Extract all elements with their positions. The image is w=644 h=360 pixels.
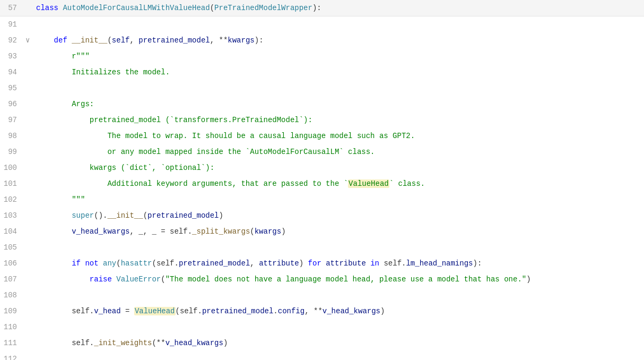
line-number: 102 <box>0 192 25 208</box>
token: ( <box>152 259 156 268</box>
code-line: 103 super().__init__(pretrained_model) <box>0 208 644 224</box>
token <box>36 307 72 315</box>
token: ) <box>299 259 308 268</box>
token: v_head_kwargs <box>72 227 129 236</box>
code-content: r""" <box>34 48 644 64</box>
code-line: 57 class AutoModelForCausalLMWithValueHe… <box>0 0 644 16</box>
token: kwargs <box>255 227 281 236</box>
token: config <box>278 307 304 315</box>
token: , <box>129 227 138 236</box>
code-content: raise ValueError("The model does not hav… <box>34 271 644 287</box>
token: ) <box>380 307 385 315</box>
token: __init__ <box>107 211 143 220</box>
token <box>366 259 370 268</box>
code-content: pretrained_model (`transformers.PreTrain… <box>34 112 644 128</box>
token: ** <box>219 36 228 45</box>
token: Additional keyword arguments, that are p… <box>107 179 348 188</box>
token: """ <box>72 195 85 204</box>
token: def <box>54 36 72 45</box>
line-number: 57 <box>0 0 25 16</box>
line-number: 111 <box>0 335 25 351</box>
token: ) <box>223 339 228 347</box>
token: ): <box>473 259 482 268</box>
token: , <box>210 36 219 45</box>
line-number: 92 <box>0 32 25 48</box>
token: , ** <box>304 307 323 315</box>
code-line: 93 r""" <box>0 48 644 64</box>
token: Initializes the model. <box>72 68 170 76</box>
line-number: 100 <box>0 160 25 176</box>
token: in <box>370 259 384 268</box>
line-number: 91 <box>0 16 25 32</box>
token: , <box>250 259 259 268</box>
line-number: 112 <box>0 351 25 360</box>
code-line: 95 <box>0 80 644 96</box>
code-line: 101 Additional keyword arguments, that a… <box>0 176 644 192</box>
token: kwargs (`dict`, `optional`): <box>90 164 214 172</box>
token <box>36 275 90 284</box>
line-number: 110 <box>0 319 25 335</box>
token: any <box>103 259 116 268</box>
token: pretrained_model <box>147 211 219 220</box>
token: kwargs <box>228 36 254 45</box>
line-number: 105 <box>0 239 25 255</box>
token <box>36 164 90 172</box>
line-number: 101 <box>0 176 25 192</box>
token <box>36 36 54 45</box>
code-content: """ <box>34 192 644 208</box>
fold-arrow[interactable]: ∨ <box>25 32 34 48</box>
line-number: 109 <box>0 303 25 319</box>
token: not <box>85 259 103 268</box>
line-number: 93 <box>0 48 25 64</box>
code-content: def __init__(self, pretrained_model, **k… <box>34 32 644 48</box>
token: _split_kwargs <box>192 227 250 236</box>
code-line: 97 pretrained_model (`transformers.PreTr… <box>0 112 644 128</box>
token <box>36 179 107 188</box>
token: or any model mapped inside the `AutoMode… <box>107 148 375 156</box>
token: attribute <box>326 259 366 268</box>
code-content: self._init_weights(**v_head_kwargs) <box>34 335 644 351</box>
token <box>36 259 72 268</box>
line-number: 108 <box>0 287 25 303</box>
line-number: 99 <box>0 144 25 160</box>
token: self. <box>170 227 192 236</box>
token: self. <box>384 259 406 268</box>
token: for <box>308 259 326 268</box>
token: class <box>36 4 63 12</box>
code-content: Initializes the model. <box>34 64 644 80</box>
code-content: Args: <box>34 96 644 112</box>
token: (). <box>94 211 107 220</box>
token: Args: <box>72 100 94 108</box>
token: ( <box>210 4 214 12</box>
token: "The model does not have a language mode… <box>166 275 527 284</box>
code-line: 104 v_head_kwargs, _, _ = self._split_kw… <box>0 224 644 239</box>
token: ( <box>250 227 254 236</box>
line-number: 107 <box>0 271 25 287</box>
token: self. <box>72 307 94 315</box>
code-content: if not any(hasattr(self.pretrained_model… <box>34 255 644 271</box>
token: super <box>72 211 94 220</box>
line-number: 94 <box>0 64 25 80</box>
token <box>36 132 107 140</box>
token: ( <box>161 275 165 284</box>
token: ( <box>143 211 147 220</box>
token <box>36 195 72 204</box>
token <box>36 148 107 156</box>
token: self. <box>156 259 179 268</box>
token: ` class. <box>389 179 425 188</box>
token: if <box>72 259 85 268</box>
code-line: 109 self.v_head = ValueHead(self.pretrai… <box>0 303 644 319</box>
code-content: v_head_kwargs, _, _ = self._split_kwargs… <box>34 224 644 239</box>
token: hasattr <box>121 259 152 268</box>
token: self <box>112 36 130 45</box>
token: v_head_kwargs <box>166 339 223 347</box>
token: ): <box>255 36 264 45</box>
line-number: 104 <box>0 224 25 239</box>
token: pretrained_model (`transformers.PreTrain… <box>90 116 312 124</box>
token: __init__ <box>72 36 107 45</box>
code-line: 102 """ <box>0 192 644 208</box>
code-line: 107 raise ValueError("The model does not… <box>0 271 644 287</box>
token <box>36 100 72 108</box>
token: AutoModelForCausalLMWithValueHead <box>63 4 210 12</box>
code-content: kwargs (`dict`, `optional`): <box>34 160 644 176</box>
